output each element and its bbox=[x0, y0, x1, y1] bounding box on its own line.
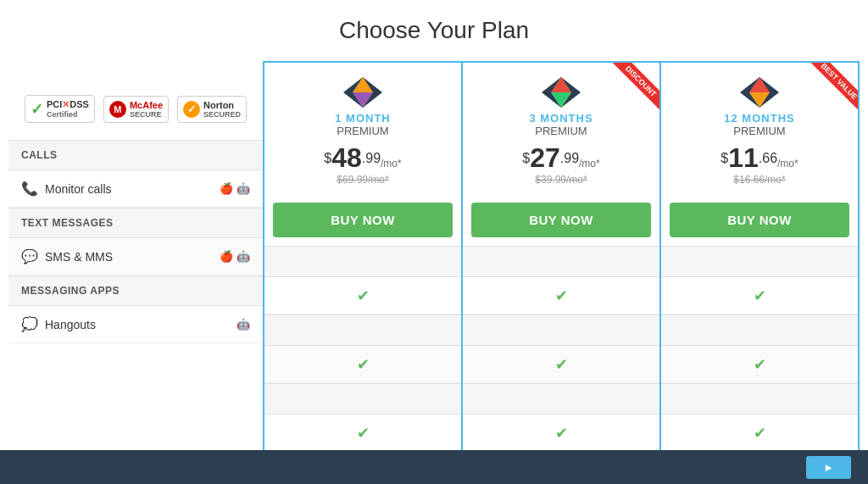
plan-3months-price: $27.99/mo* bbox=[471, 142, 651, 174]
spacer-calls-2 bbox=[463, 246, 659, 277]
plan-1month-old-price: $69.99/mo* bbox=[273, 174, 453, 186]
plan-3months-logo bbox=[540, 75, 582, 109]
check-icon-2: ✔ bbox=[357, 355, 370, 374]
mcafee-icon: M bbox=[109, 101, 126, 118]
android-icon-3: 🤖 bbox=[236, 318, 250, 331]
check-icon-5: ✔ bbox=[555, 355, 568, 374]
spacer-msg-2 bbox=[463, 383, 659, 414]
feature-cell-hangouts-2: ✔ bbox=[463, 414, 659, 452]
page-wrapper: Choose Your Plan ✓ PCI✕DSS Certified M bbox=[0, 0, 868, 452]
plan-12months-old-price: $16.66/mo* bbox=[670, 174, 849, 186]
check-icon-9: ✔ bbox=[754, 424, 766, 442]
android-icon-2: 🤖 bbox=[236, 250, 250, 263]
plan-12months: BEST VALUE 12 MONTHS PREMIUM $11.66/mo* bbox=[661, 61, 860, 452]
plan-3months: DISCOUNT 3 MONTHS PREMIUM $27.99/mo* $ bbox=[463, 61, 661, 452]
norton-icon: ✓ bbox=[183, 101, 200, 118]
section-messaging-apps: MESSAGING APPS bbox=[8, 275, 263, 306]
feature-cell-hangouts-1: ✔ bbox=[264, 414, 461, 452]
spacer-sms-1 bbox=[264, 314, 461, 346]
mcafee-badge: M McAfee SECURE bbox=[103, 96, 169, 123]
bestvalue-ribbon: BEST VALUE bbox=[798, 63, 858, 122]
norton-label: Norton bbox=[203, 100, 241, 110]
plan-1month-type: PREMIUM bbox=[273, 125, 453, 137]
hangouts-icon: 💭 bbox=[21, 316, 38, 332]
feature-cell-calls-3: ✔ bbox=[661, 277, 858, 314]
android-icon: 🤖 bbox=[236, 182, 250, 195]
pci-icon: ✓ bbox=[31, 100, 43, 119]
plan-1month-header: 1 MONTH PREMIUM $48.99/mo* $69.99/mo* bbox=[264, 61, 461, 203]
feature-cell-calls-2: ✔ bbox=[463, 277, 659, 314]
feature-cell-sms-2: ✔ bbox=[463, 346, 659, 383]
apple-icon: 🍎 bbox=[220, 182, 233, 195]
plan-12months-price: $11.66/mo* bbox=[670, 142, 849, 174]
discount-ribbon: DISCOUNT bbox=[600, 63, 659, 122]
plan-1month-logo bbox=[342, 75, 384, 109]
spacer-sms-3 bbox=[661, 314, 858, 346]
buy-12months-button[interactable]: BUY NOW bbox=[670, 203, 849, 237]
section-text-messages: TEXT MESSAGES bbox=[8, 208, 263, 238]
feature-cell-sms-1: ✔ bbox=[264, 346, 461, 383]
main-layout: ✓ PCI✕DSS Certified M McAfee SECURE bbox=[8, 61, 860, 452]
section-calls: CALLS bbox=[8, 140, 263, 170]
pci-dss-badge: ✓ PCI✕DSS Certified bbox=[25, 95, 95, 123]
plan-12months-type: PREMIUM bbox=[670, 125, 849, 137]
sms-icon: 💬 bbox=[21, 248, 38, 264]
check-icon-3: ✔ bbox=[357, 424, 370, 442]
check-icon-8: ✔ bbox=[754, 355, 766, 374]
buy-3months-button[interactable]: BUY NOW bbox=[471, 203, 651, 237]
feature-hangouts: 💭 Hangouts 🤖 bbox=[8, 306, 263, 343]
feature-cell-hangouts-3: ✔ bbox=[661, 414, 858, 452]
feature-cell-calls-1: ✔ bbox=[264, 277, 461, 314]
feature-sections-left: CALLS 📞 Monitor calls 🍎 🤖 TEXT MESSAGES … bbox=[8, 140, 263, 343]
spacer-sms-2 bbox=[463, 314, 659, 346]
bottom-bar: ► bbox=[0, 450, 868, 452]
check-icon-7: ✔ bbox=[754, 287, 766, 305]
plans-area: 1 MONTH PREMIUM $48.99/mo* $69.99/mo* BU… bbox=[263, 61, 860, 452]
check-icon-4: ✔ bbox=[555, 287, 568, 305]
page-title: Choose Your Plan bbox=[8, 17, 860, 44]
plan-1month-period: 1 MONTH bbox=[273, 112, 453, 125]
spacer-calls-3 bbox=[661, 246, 858, 277]
apple-icon-2: 🍎 bbox=[220, 250, 233, 263]
norton-badge: ✓ Norton SECURED bbox=[177, 96, 247, 123]
plan-3months-header: DISCOUNT 3 MONTHS PREMIUM $27.99/mo* $ bbox=[463, 61, 659, 203]
plan-1month-price: $48.99/mo* bbox=[273, 142, 453, 174]
check-icon-6: ✔ bbox=[555, 424, 568, 442]
feature-monitor-calls: 📞 Monitor calls 🍎 🤖 bbox=[8, 170, 263, 208]
buy-1month-button[interactable]: BUY NOW bbox=[273, 203, 453, 237]
feature-cell-sms-3: ✔ bbox=[661, 346, 858, 383]
plan-12months-header: BEST VALUE 12 MONTHS PREMIUM $11.66/mo* bbox=[661, 61, 858, 203]
feature-sms-mms: 💬 SMS & MMS 🍎 🤖 bbox=[8, 238, 263, 275]
plan-3months-old-price: $39.99/mo* bbox=[471, 174, 651, 186]
plan-1month: 1 MONTH PREMIUM $48.99/mo* $69.99/mo* BU… bbox=[263, 61, 463, 452]
plan-12months-logo bbox=[738, 75, 781, 109]
spacer-msg-1 bbox=[264, 383, 461, 414]
phone-icon: 📞 bbox=[21, 181, 38, 197]
spacer-calls-1 bbox=[264, 246, 461, 277]
badges-area: ✓ PCI✕DSS Certified M McAfee SECURE bbox=[8, 61, 263, 140]
spacer-msg-3 bbox=[661, 383, 858, 414]
plan-3months-type: PREMIUM bbox=[471, 125, 651, 137]
check-icon: ✔ bbox=[357, 287, 370, 305]
left-column: ✓ PCI✕DSS Certified M McAfee SECURE bbox=[8, 61, 263, 452]
